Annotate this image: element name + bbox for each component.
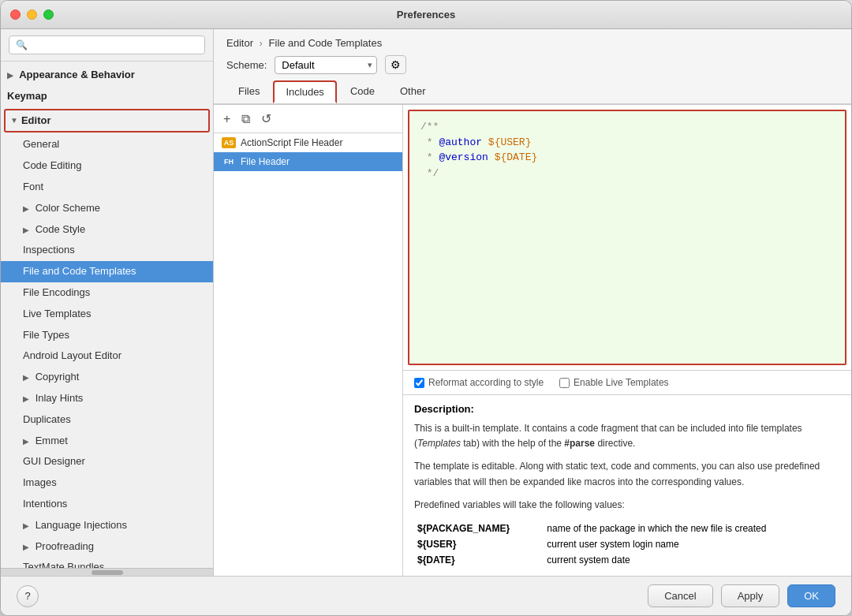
sidebar-item-color-scheme[interactable]: ▶ Color Scheme [1, 198, 213, 219]
preferences-window: Preferences ▶ Appearance & Behavior Keym… [0, 0, 852, 616]
sidebar-item-copyright[interactable]: ▶ Copyright [1, 367, 213, 388]
scheme-row: Scheme: Default Project ⚙ [226, 55, 839, 74]
sidebar-item-general[interactable]: General [1, 134, 213, 155]
search-box [1, 29, 213, 62]
sidebar-item-file-code-templates[interactable]: File and Code Templates [1, 261, 213, 282]
sidebar-item-keymap[interactable]: Keymap [1, 86, 213, 107]
sidebar-item-android-layout[interactable]: Android Layout Editor [1, 345, 213, 367]
expand-inlay-hints: ▶ [23, 393, 29, 405]
sidebar: ▶ Appearance & Behavior Keymap ▼ Editor … [1, 29, 214, 576]
search-input[interactable] [9, 35, 205, 54]
breadcrumb: Editor › File and Code Templates [226, 37, 839, 49]
variable-row-date: ${DATE} current system date [414, 552, 840, 568]
template-list-panel: + ⧉ ↺ AS ActionScript File Header FH Fil… [214, 105, 403, 576]
description-text-2: The template is editable. Along with sta… [414, 459, 840, 489]
minimize-button[interactable] [27, 9, 37, 20]
template-items: AS ActionScript File Header FH File Head… [214, 133, 402, 576]
tab-other[interactable]: Other [388, 80, 438, 103]
sidebar-item-intentions[interactable]: Intentions [1, 494, 213, 515]
window-title: Preferences [397, 9, 455, 21]
expand-lang-inject: ▶ [23, 520, 29, 532]
copy-template-button[interactable]: ⧉ [238, 110, 253, 128]
variable-row-package: ${PACKAGE_NAME} name of the package in w… [414, 521, 840, 536]
content-header: Editor › File and Code Templates Scheme:… [214, 29, 851, 104]
description-title: Description: [414, 403, 840, 415]
sidebar-item-font[interactable]: Font [1, 177, 213, 198]
description-text-1: This is a built-in template. It contains… [414, 421, 840, 451]
live-templates-checkbox[interactable] [559, 378, 570, 388]
sidebar-list: ▶ Appearance & Behavior Keymap ▼ Editor … [1, 62, 213, 568]
code-line-4: */ [420, 166, 834, 181]
maximize-button[interactable] [43, 9, 54, 20]
sidebar-item-proofreading[interactable]: ▶ Proofreading [1, 536, 213, 558]
sidebar-item-inlay-hints[interactable]: ▶ Inlay Hints [1, 388, 213, 409]
template-item-actionscript[interactable]: AS ActionScript File Header [214, 133, 402, 152]
scheme-label: Scheme: [226, 59, 267, 71]
editor-panel: /** * @author ${USER} * @version ${DATE}… [403, 105, 851, 576]
sidebar-item-code-style[interactable]: ▶ Code Style [1, 219, 213, 241]
sidebar-item-images[interactable]: Images [1, 472, 213, 494]
reset-template-button[interactable]: ↺ [258, 110, 275, 128]
title-bar: Preferences [1, 1, 851, 29]
sidebar-item-language-injections[interactable]: ▶ Language Injections [1, 515, 213, 536]
close-button[interactable] [10, 9, 21, 20]
live-templates-option[interactable]: Enable Live Templates [559, 377, 669, 388]
variable-row-user: ${USER} current user system login name [414, 536, 840, 552]
sidebar-item-file-encodings[interactable]: File Encodings [1, 282, 213, 304]
sidebar-item-file-types[interactable]: File Types [1, 325, 213, 346]
template-item-file-header[interactable]: FH File Header [214, 152, 402, 171]
tabs: Files Includes Code Other [226, 80, 839, 103]
reformat-checkbox[interactable] [414, 378, 424, 388]
question-button[interactable]: ? [17, 585, 39, 607]
file-header-icon: FH [222, 156, 236, 167]
reformat-option[interactable]: Reformat according to style [414, 377, 544, 388]
sidebar-item-emmet[interactable]: ▶ Emmet [1, 431, 213, 452]
sidebar-item-live-templates[interactable]: Live Templates [1, 304, 213, 325]
tab-files[interactable]: Files [226, 80, 271, 103]
main-area: ▶ Appearance & Behavior Keymap ▼ Editor … [1, 29, 851, 576]
tab-code[interactable]: Code [338, 80, 387, 103]
expand-color-scheme: ▶ [23, 203, 29, 215]
sidebar-item-textmate[interactable]: TextMate Bundles [1, 557, 213, 568]
scheme-settings-button[interactable]: ⚙ [385, 55, 406, 74]
expand-proofreading: ▶ [23, 541, 29, 554]
scheme-select-wrapper: Default Project [275, 56, 377, 74]
code-line-3: * @version ${DATE} [420, 150, 834, 166]
window-controls [10, 9, 54, 20]
sidebar-item-gui-designer[interactable]: GUI Designer [1, 451, 213, 472]
sidebar-item-editor[interactable]: ▼ Editor [4, 109, 210, 133]
content-area: Editor › File and Code Templates Scheme:… [214, 29, 851, 576]
description-area: Description: This is a built-in template… [403, 394, 851, 576]
expand-code-style: ▶ [23, 224, 29, 237]
expand-emmet: ▶ [23, 435, 29, 448]
code-editor[interactable]: /** * @author ${USER} * @version ${DATE}… [408, 110, 846, 365]
cancel-button[interactable]: Cancel [648, 584, 712, 607]
template-toolbar: + ⧉ ↺ [214, 105, 402, 133]
ok-button[interactable]: OK [787, 584, 835, 607]
variables-table: ${PACKAGE_NAME} name of the package in w… [414, 521, 840, 568]
editor-options: Reformat according to style Enable Live … [403, 370, 851, 394]
sidebar-scrollbar[interactable] [1, 568, 213, 576]
code-line-1: /** [420, 119, 834, 135]
sidebar-item-code-editing[interactable]: Code Editing [1, 155, 213, 177]
expand-arrow-editor: ▼ [10, 114, 18, 127]
bottom-bar: ? Cancel Apply OK [1, 576, 851, 615]
actionscript-icon: AS [222, 137, 236, 148]
scheme-select[interactable]: Default Project [275, 56, 377, 74]
sidebar-item-appearance[interactable]: ▶ Appearance & Behavior [1, 65, 213, 86]
tab-includes[interactable]: Includes [273, 80, 336, 103]
sidebar-item-duplicates[interactable]: Duplicates [1, 409, 213, 431]
expand-arrow: ▶ [7, 69, 13, 82]
add-template-button[interactable]: + [220, 110, 234, 128]
code-line-2: * @author ${USER} [420, 135, 834, 151]
sidebar-item-inspections[interactable]: Inspections [1, 240, 213, 261]
expand-copyright: ▶ [23, 371, 29, 384]
content-body: + ⧉ ↺ AS ActionScript File Header FH Fil… [214, 104, 851, 576]
description-text-3: Predefined variables will take the follo… [414, 498, 840, 513]
apply-button[interactable]: Apply [721, 584, 780, 607]
